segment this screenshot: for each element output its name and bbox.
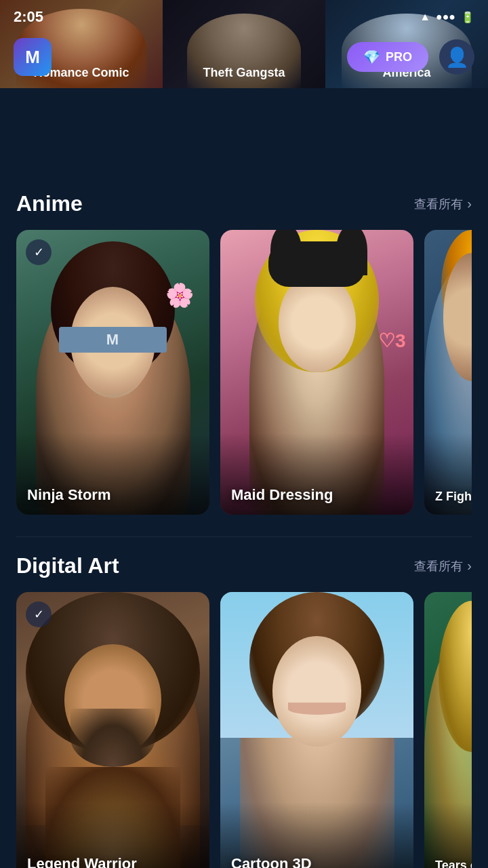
maid-face: [279, 273, 356, 372]
bookmark-ninja[interactable]: ✓: [26, 239, 52, 265]
signal-icon: ●●●: [436, 11, 455, 23]
card-label-maid: Maid Dressing: [231, 486, 333, 504]
card-cartoon3d[interactable]: Cartoon 3D: [220, 592, 413, 868]
card-z-fighter[interactable]: Z Fighter: [424, 230, 472, 515]
anime-cards-row: ✓ M 🌸 Ninja Storm: [16, 230, 472, 520]
bookmark-icon-legend: ✓: [34, 607, 44, 622]
view-all-label-anime: 查看所有: [414, 196, 463, 212]
card-legend-warrior[interactable]: ✓ Legend Warrior: [16, 592, 209, 868]
card-ninja-storm[interactable]: ✓ M 🌸 Ninja Storm: [16, 230, 209, 515]
chevron-right-icon-digital: ›: [467, 558, 472, 574]
card-label-legend: Legend Warrior: [27, 855, 137, 868]
main-content: Anime 查看所有 › ✓ M: [0, 175, 488, 868]
section-digital-art: Digital Art 查看所有 › ✓: [0, 537, 488, 868]
card-label-zfighter: Z Fighter: [435, 490, 472, 504]
status-icons: ▲ ●●● 🔋: [420, 11, 474, 24]
section-title-digital: Digital Art: [16, 553, 119, 578]
cartoon3d-face: [272, 636, 361, 747]
card-tears[interactable]: Tears of: [424, 592, 472, 868]
card-maid-dressing[interactable]: ♡3 Maid Dressing: [220, 230, 413, 515]
cartoon3d-smile: [288, 703, 346, 714]
view-all-anime[interactable]: 查看所有 ›: [414, 196, 472, 212]
bookmark-icon-ninja: ✓: [34, 245, 44, 260]
status-bar: 2:05 ▲ ●●● 🔋: [0, 0, 488, 34]
app-header: M 💎 PRO 👤: [0, 33, 488, 81]
card-label-ninja: Ninja Storm: [27, 486, 110, 504]
legend-beard: [70, 709, 155, 767]
logo-text: M: [25, 47, 40, 68]
avatar-button[interactable]: 👤: [439, 39, 474, 75]
header-right: 💎 PRO 👤: [347, 39, 474, 75]
pro-label: PRO: [386, 50, 412, 64]
section-header-digital: Digital Art 查看所有 ›: [16, 553, 472, 578]
view-all-digital[interactable]: 查看所有 ›: [414, 558, 472, 574]
card-label-tears: Tears of: [435, 859, 472, 868]
maid-ear-left: [270, 230, 302, 275]
view-all-label-digital: 查看所有: [414, 558, 463, 574]
section-header-anime: Anime 查看所有 ›: [16, 191, 472, 216]
battery-icon: 🔋: [461, 11, 474, 24]
ninja-flowers: 🌸: [165, 281, 194, 309]
ninja-headband: M: [59, 327, 167, 353]
section-anime: Anime 查看所有 › ✓ M: [0, 175, 488, 526]
maid-ear-right: [336, 230, 367, 275]
chevron-right-icon-anime: ›: [467, 196, 472, 212]
section-title-anime: Anime: [16, 191, 83, 216]
maid-decoration: ♡3: [378, 330, 406, 352]
wifi-icon: ▲: [420, 11, 430, 23]
status-time: 2:05: [14, 8, 43, 26]
digital-art-cards-row: ✓ Legend Warrior: [16, 592, 472, 868]
gem-icon: 💎: [363, 49, 380, 65]
user-icon: 👤: [445, 46, 469, 68]
card-label-cartoon3d: Cartoon 3D: [231, 855, 312, 868]
bookmark-legend[interactable]: ✓: [26, 601, 52, 627]
pro-badge[interactable]: 💎 PRO: [347, 42, 428, 72]
app-logo[interactable]: M: [14, 38, 52, 76]
